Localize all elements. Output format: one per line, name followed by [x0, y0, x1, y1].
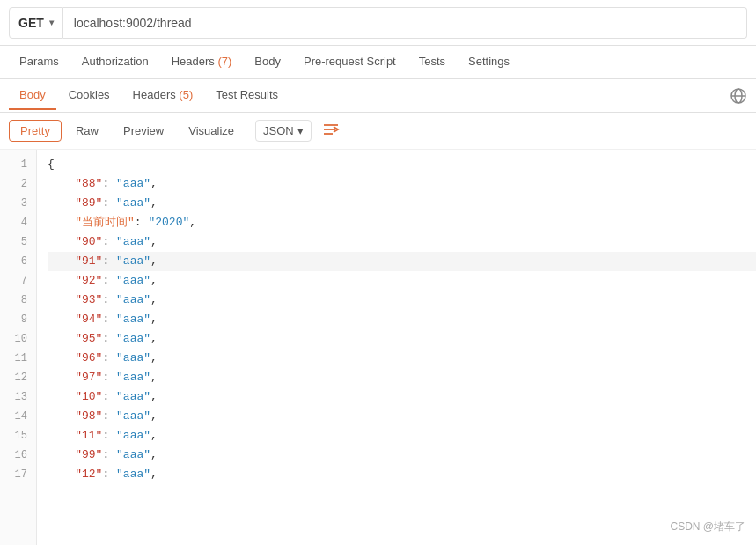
tab-prerequest[interactable]: Pre-request Script	[293, 48, 407, 77]
wrap-lines-icon	[322, 122, 340, 137]
resp-tab-right	[730, 87, 747, 105]
tab-headers-req[interactable]: Headers (7)	[161, 48, 243, 77]
table-row: "93": "aaa",	[48, 291, 756, 310]
table-row: "89": "aaa",	[48, 194, 756, 213]
wrap-icon[interactable]	[322, 122, 340, 141]
table-row: "95": "aaa",	[48, 329, 756, 349]
table-row: "98": "aaa",	[48, 407, 756, 426]
pretty-button[interactable]: Pretty	[9, 120, 62, 142]
json-content-area: 1234567891011121314151617 { "88": "aaa",…	[0, 150, 756, 545]
json-type-label: JSON	[263, 124, 294, 137]
url-bar: GET ▾	[0, 0, 756, 46]
table-row: "91": "aaa",	[48, 252, 756, 271]
tab-settings[interactable]: Settings	[458, 48, 520, 77]
watermark: CSDN @堵车了	[670, 519, 745, 534]
format-toolbar: Pretty Raw Preview Visualize JSON ▾	[0, 113, 756, 150]
globe-icon[interactable]	[730, 87, 747, 105]
line-numbers: 1234567891011121314151617	[0, 150, 37, 545]
table-row: "10": "aaa",	[48, 387, 756, 407]
url-input[interactable]	[63, 7, 747, 39]
table-row: "99": "aaa",	[48, 446, 756, 465]
table-row: "90": "aaa",	[48, 232, 756, 252]
tab-params[interactable]: Params	[9, 48, 70, 77]
chevron-down-icon-json: ▾	[297, 124, 304, 137]
json-type-selector[interactable]: JSON ▾	[255, 120, 312, 142]
tab-body-resp[interactable]: Body	[9, 81, 56, 110]
table-row: "97": "aaa",	[48, 368, 756, 387]
table-row: {	[48, 155, 756, 174]
visualize-button[interactable]: Visualize	[178, 121, 245, 141]
tab-tests[interactable]: Tests	[408, 48, 456, 77]
tab-cookies[interactable]: Cookies	[58, 81, 121, 110]
table-row: "88": "aaa",	[48, 174, 756, 194]
table-row: "11": "aaa",	[48, 426, 756, 446]
method-selector[interactable]: GET ▾	[9, 7, 63, 39]
tab-test-results[interactable]: Test Results	[205, 81, 289, 110]
response-tabs: Body Cookies Headers (5) Test Results	[0, 79, 756, 113]
table-row: "96": "aaa",	[48, 349, 756, 368]
table-row: "94": "aaa",	[48, 310, 756, 329]
raw-button[interactable]: Raw	[65, 121, 109, 141]
table-row: "92": "aaa",	[48, 271, 756, 291]
json-body[interactable]: { "88": "aaa", "89": "aaa", "当前时间": "202…	[37, 150, 756, 545]
table-row: "12": "aaa",	[48, 465, 756, 484]
chevron-down-icon: ▾	[49, 18, 54, 27]
tab-headers-resp[interactable]: Headers (5)	[122, 81, 204, 110]
preview-button[interactable]: Preview	[113, 121, 174, 141]
table-row: "当前时间": "2020",	[48, 213, 756, 232]
tab-body-req[interactable]: Body	[244, 48, 291, 77]
tab-authorization[interactable]: Authorization	[71, 48, 159, 77]
request-tabs: Params Authorization Headers (7) Body Pr…	[0, 46, 756, 79]
method-label: GET	[18, 16, 44, 30]
